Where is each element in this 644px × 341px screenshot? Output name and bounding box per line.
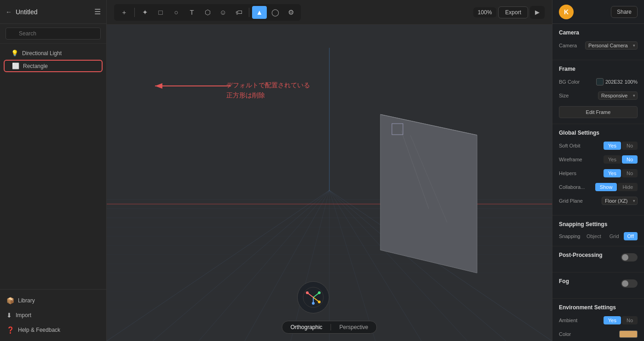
post-processing-toggle[interactable] — [621, 253, 638, 261]
scene-items-list: 💡 Directional Light ⬜ Rectangle — [0, 44, 106, 289]
search-input[interactable] — [6, 28, 101, 40]
frame-section: Frame BG Color 202E32 100% Size Responsi… — [552, 60, 644, 124]
collabora-label: Collabora... — [559, 184, 585, 190]
post-processing-section: Post-Processing — [552, 246, 644, 273]
sidebar-bottom: 📦 Library ⬇ Import ❓ Help & Feedback — [0, 289, 106, 341]
snapping-section-title: Snapping Settings — [559, 221, 638, 227]
toolbar-tools-left: + ✦ □ ○ T ⬡ ☺ 🏷 ▲ ◯ ⚙ — [114, 4, 301, 21]
export-button[interactable]: Export — [498, 6, 528, 18]
scene-item-label: Directional Light — [22, 50, 62, 57]
soft-orbit-no-button[interactable]: No — [622, 142, 638, 150]
scene-item-label: Rectangle — [23, 63, 48, 69]
right-panel: K Share Camera Camera Personal Camera Fr… — [552, 0, 644, 341]
share-button[interactable]: Share — [611, 6, 638, 18]
canvas-area[interactable]: デフォルトで配置されている 正方形は削除 — [107, 25, 552, 341]
toolbar-separator — [134, 8, 135, 17]
view-modes: Orthographic Perspective — [282, 321, 377, 334]
library-icon: 📦 — [6, 297, 14, 304]
rectangle-tool-button[interactable]: □ — [153, 6, 168, 19]
post-processing-row: Post-Processing — [559, 252, 638, 263]
size-row: Size Responsive — [559, 91, 638, 101]
nav-widget[interactable] — [297, 281, 329, 313]
shape-tool-button[interactable]: ⬡ — [200, 6, 215, 19]
soft-orbit-toggle: Yes No — [604, 142, 638, 150]
sidebar-library-item[interactable]: 📦 Library — [0, 293, 106, 308]
main-area: + ✦ □ ○ T ⬡ ☺ 🏷 ▲ ◯ ⚙ 100% Export ▶ — [107, 0, 552, 341]
camera-section: Camera Camera Personal Camera — [552, 24, 644, 60]
grid-plane-select-wrapper: Floor (XZ) — [602, 197, 638, 205]
snapping-options: Object Grid Off — [583, 232, 638, 240]
global-settings-section: Global Settings Soft Orbit Yes No Wirefr… — [552, 124, 644, 216]
zoom-level: 100% — [473, 7, 497, 17]
ambient-row: Ambient Yes No — [559, 315, 638, 325]
bg-color-swatch[interactable] — [596, 78, 604, 85]
snap-off-button[interactable]: Off — [624, 232, 638, 240]
select-tool-button[interactable]: ▲ — [252, 6, 267, 19]
environment-section: Environment Settings Ambient Yes No Colo… — [552, 299, 644, 341]
rectangle-icon: ⬜ — [12, 63, 19, 69]
helpers-no-button[interactable]: No — [622, 169, 638, 177]
settings-tool-button[interactable]: ⚙ — [283, 6, 298, 19]
wireframe-yes-button[interactable]: Yes — [604, 155, 621, 164]
grid-plane-label: Grid Plane — [559, 198, 583, 204]
helpers-row: Helpers Yes No — [559, 168, 638, 178]
play-button[interactable]: ▶ — [530, 6, 545, 19]
emoji-tool-button[interactable]: ☺ — [216, 6, 230, 19]
orthographic-view-button[interactable]: Orthographic — [282, 321, 330, 333]
grid-plane-select[interactable]: Floor (XZ) — [602, 197, 638, 205]
menu-icon[interactable]: ☰ — [94, 7, 101, 16]
add-tool-button[interactable]: + — [117, 6, 132, 19]
collabora-hide-button[interactable]: Hide — [618, 183, 638, 191]
wireframe-label: Wireframe — [559, 157, 582, 162]
search-bar: 🔍 — [0, 24, 106, 44]
collabora-show-button[interactable]: Show — [595, 183, 617, 191]
size-select-wrapper: Responsive — [598, 91, 638, 100]
fog-toggle[interactable] — [621, 279, 638, 288]
wireframe-no-button[interactable]: No — [622, 155, 638, 164]
post-processing-title: Post-Processing — [559, 252, 603, 258]
cursor-alt-button[interactable]: ✦ — [138, 6, 152, 19]
sidebar-help-item[interactable]: ❓ Help & Feedback — [0, 323, 106, 337]
ambient-toggle: Yes No — [604, 316, 638, 324]
snapping-section: Snapping Settings Snapping Object Grid O… — [552, 216, 644, 246]
svg-point-45 — [318, 301, 321, 303]
toolbar: + ✦ □ ○ T ⬡ ☺ 🏷 ▲ ◯ ⚙ 100% Export ▶ — [107, 0, 552, 25]
ambient-no-button[interactable]: No — [622, 316, 638, 324]
sidebar-import-item[interactable]: ⬇ Import — [0, 308, 106, 323]
svg-marker-31 — [380, 114, 477, 273]
helpers-toggle: Yes No — [604, 169, 638, 177]
circle-tool-button[interactable]: ○ — [169, 6, 184, 19]
color-label: Color — [559, 331, 571, 337]
helpers-yes-button[interactable]: Yes — [604, 169, 621, 177]
bubble-tool-button[interactable]: ◯ — [268, 6, 282, 19]
fog-title: Fog — [559, 278, 569, 284]
help-icon: ❓ — [6, 326, 14, 334]
bg-color-label: BG Color — [559, 79, 580, 85]
edit-frame-button[interactable]: Edit Frame — [559, 106, 638, 118]
soft-orbit-yes-button[interactable]: Yes — [604, 142, 621, 150]
ambient-label: Ambient — [559, 318, 577, 323]
nav-axes-icon — [302, 286, 325, 309]
collabora-toggle: Show Hide — [595, 183, 638, 191]
sidebar-item-rectangle[interactable]: ⬜ Rectangle — [4, 60, 103, 72]
tag-tool-button[interactable]: 🏷 — [231, 6, 246, 19]
toolbar-separator-2 — [249, 8, 249, 17]
camera-select[interactable]: Personal Camera — [585, 41, 638, 50]
text-tool-button[interactable]: T — [184, 6, 199, 19]
size-select[interactable]: Responsive — [598, 91, 638, 100]
env-color-swatch[interactable] — [619, 330, 638, 338]
fog-row: Fog — [559, 278, 638, 289]
nav-circle[interactable] — [297, 281, 329, 313]
panel-header: K Share — [552, 0, 644, 24]
snap-object-button[interactable]: Object — [583, 232, 605, 240]
ambient-yes-button[interactable]: Yes — [604, 316, 621, 324]
perspective-view-button[interactable]: Perspective — [331, 321, 377, 333]
help-label: Help & Feedback — [18, 327, 60, 333]
camera-section-title: Camera — [559, 29, 638, 36]
back-button[interactable]: ← — [6, 8, 12, 16]
bg-color-row: BG Color 202E32 100% — [559, 77, 638, 87]
camera-label: Camera — [559, 43, 577, 48]
sidebar-item-directional-light[interactable]: 💡 Directional Light — [0, 47, 106, 59]
color-row: Color — [559, 329, 638, 339]
snap-grid-button[interactable]: Grid — [606, 232, 623, 240]
